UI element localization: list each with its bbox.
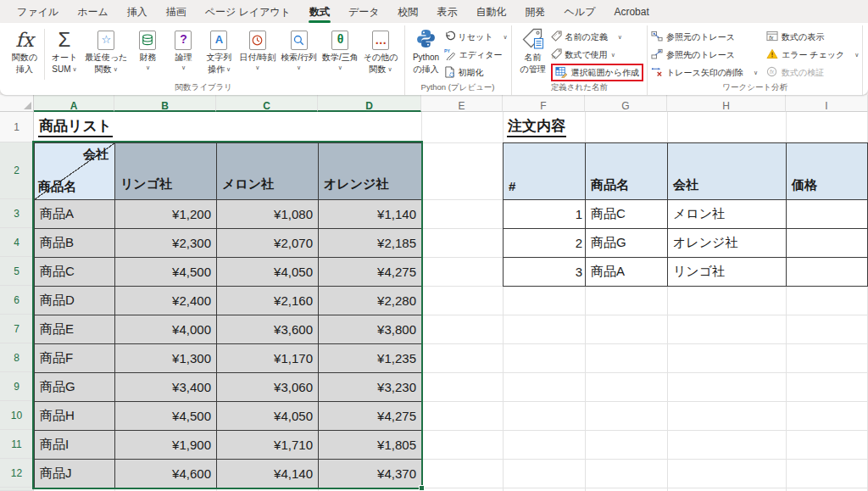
tab-page-layout[interactable]: ページ レイアウト bbox=[197, 1, 299, 23]
price-cell[interactable]: ¥1,200 bbox=[115, 200, 217, 229]
row-header-11[interactable]: 11 bbox=[0, 430, 34, 459]
order-price-cell[interactable] bbox=[787, 229, 868, 258]
price-cell[interactable]: ¥3,600 bbox=[217, 315, 319, 344]
row-header-2[interactable]: 2 bbox=[0, 142, 34, 199]
order-product-cell[interactable]: 商品A bbox=[586, 258, 668, 287]
logical-button[interactable]: ? 論理 bbox=[165, 27, 201, 71]
price-cell[interactable]: ¥4,140 bbox=[217, 460, 319, 488]
price-cell[interactable]: ¥4,500 bbox=[115, 402, 217, 431]
price-cell[interactable]: ¥4,000 bbox=[115, 315, 217, 344]
order-number-cell[interactable]: 1 bbox=[504, 200, 586, 229]
insert-function-button[interactable]: fx 関数の 挿入 bbox=[7, 27, 42, 75]
lookup-reference-button[interactable]: 検索/行列 bbox=[278, 27, 320, 71]
row-header-4[interactable]: 4 bbox=[0, 228, 34, 257]
create-from-selection-button[interactable]: 選択範囲から作成 bbox=[555, 65, 639, 80]
price-cell[interactable]: ¥4,050 bbox=[217, 402, 319, 431]
column-header-e[interactable]: E bbox=[421, 95, 503, 112]
diagonal-header-cell[interactable]: 会社 商品名 bbox=[35, 143, 115, 200]
price-cell[interactable]: ¥1,170 bbox=[217, 344, 319, 373]
price-cell[interactable]: ¥2,185 bbox=[319, 229, 422, 258]
price-cell[interactable]: ¥2,280 bbox=[319, 287, 422, 315]
price-cell[interactable]: ¥1,080 bbox=[217, 200, 319, 229]
tab-acrobat[interactable]: Acrobat bbox=[605, 2, 657, 21]
math-trig-button[interactable]: θ 数学/三角 bbox=[320, 27, 361, 71]
price-cell[interactable]: ¥4,600 bbox=[115, 460, 217, 488]
tab-draw[interactable]: 描画 bbox=[158, 1, 195, 23]
more-functions-button[interactable]: … その他の 関数 bbox=[361, 27, 401, 75]
column-header-a[interactable]: A bbox=[34, 95, 114, 112]
price-cell[interactable]: ¥2,300 bbox=[115, 229, 217, 258]
price-cell[interactable]: ¥3,230 bbox=[319, 373, 422, 402]
tab-data[interactable]: データ bbox=[340, 1, 388, 23]
tab-review[interactable]: 校閲 bbox=[390, 1, 427, 23]
price-cell[interactable]: ¥2,400 bbox=[115, 287, 217, 315]
row-header-5[interactable]: 5 bbox=[0, 257, 34, 286]
tab-help[interactable]: ヘルプ bbox=[556, 1, 604, 23]
show-formulas-button[interactable]: fx 数式の表示 bbox=[766, 30, 859, 44]
price-cell[interactable]: ¥3,400 bbox=[115, 373, 217, 402]
price-cell[interactable]: ¥2,160 bbox=[217, 287, 319, 315]
product-name-cell[interactable]: 商品A bbox=[35, 200, 115, 229]
order-company-cell[interactable]: オレンジ社 bbox=[668, 229, 787, 258]
row-header-9[interactable]: 9 bbox=[0, 372, 34, 401]
price-cell[interactable]: ¥4,500 bbox=[115, 258, 217, 287]
product-name-cell[interactable]: 商品I bbox=[35, 431, 115, 460]
price-cell[interactable]: ¥4,275 bbox=[319, 402, 422, 431]
order-company-cell[interactable]: リンゴ社 bbox=[668, 258, 787, 287]
name-manager-button[interactable]: 名前 の管理 bbox=[515, 27, 551, 75]
row-header-7[interactable]: 7 bbox=[0, 315, 34, 343]
company-header-cell[interactable]: リンゴ社 bbox=[115, 143, 217, 200]
order-header-cell[interactable]: 商品名 bbox=[586, 143, 668, 200]
price-cell[interactable]: ¥3,800 bbox=[319, 315, 422, 344]
price-cell[interactable]: ¥4,050 bbox=[217, 258, 319, 287]
price-cell[interactable]: ¥1,805 bbox=[319, 431, 422, 460]
product-name-cell[interactable]: 商品B bbox=[35, 229, 115, 258]
price-cell[interactable]: ¥1,900 bbox=[115, 431, 217, 460]
define-name-button[interactable]: 名前の定義 bbox=[551, 30, 643, 44]
tab-home[interactable]: ホーム bbox=[69, 1, 117, 23]
column-header-g[interactable]: G bbox=[585, 95, 667, 112]
price-cell[interactable]: ¥1,235 bbox=[319, 344, 422, 373]
product-name-cell[interactable]: 商品H bbox=[35, 402, 115, 431]
financial-button[interactable]: 財務 bbox=[130, 27, 165, 71]
insert-python-button[interactable]: Python の挿入 bbox=[409, 27, 444, 75]
python-init-button[interactable]: 初期化 bbox=[444, 65, 508, 80]
row-header-1[interactable]: 1 bbox=[0, 112, 34, 142]
company-header-cell[interactable]: メロン社 bbox=[217, 143, 319, 200]
column-header-d[interactable]: D bbox=[318, 95, 421, 112]
order-price-cell[interactable] bbox=[787, 200, 868, 229]
order-product-cell[interactable]: 商品C bbox=[586, 200, 668, 229]
product-name-cell[interactable]: 商品F bbox=[35, 344, 115, 373]
column-header-b[interactable]: B bbox=[114, 95, 216, 112]
order-number-cell[interactable]: 3 bbox=[504, 258, 586, 287]
price-cell[interactable]: ¥4,370 bbox=[319, 460, 422, 488]
recent-functions-button[interactable]: ☆ 最近使った 関数 bbox=[82, 27, 130, 75]
price-cell[interactable]: ¥1,710 bbox=[217, 431, 319, 460]
order-header-cell[interactable]: # bbox=[504, 143, 586, 200]
use-in-formula-button[interactable]: fx 数式で使用 bbox=[551, 47, 643, 62]
python-editor-button[interactable]: PY エディター bbox=[444, 47, 508, 62]
product-list-title-cell[interactable]: 商品リスト bbox=[38, 118, 113, 137]
column-header-h[interactable]: H bbox=[667, 95, 786, 112]
row-header-3[interactable]: 3 bbox=[0, 199, 34, 228]
row-header-12[interactable]: 12 bbox=[0, 459, 34, 488]
order-number-cell[interactable]: 2 bbox=[504, 229, 586, 258]
autosum-button[interactable]: Σ オート SUM bbox=[47, 27, 82, 75]
error-check-button[interactable]: エラー チェック bbox=[766, 47, 859, 62]
order-company-cell[interactable]: メロン社 bbox=[668, 200, 787, 229]
tab-view[interactable]: 表示 bbox=[429, 1, 466, 23]
text-button[interactable]: A 文字列 操作 bbox=[201, 27, 236, 75]
product-name-cell[interactable]: 商品D bbox=[35, 287, 115, 315]
order-header-cell[interactable]: 会社 bbox=[668, 143, 787, 200]
python-reset-button[interactable]: リセット bbox=[444, 30, 508, 44]
row-header-10[interactable]: 10 bbox=[0, 401, 34, 430]
date-time-button[interactable]: 日付/時刻 bbox=[236, 27, 278, 71]
tab-insert[interactable]: 挿入 bbox=[119, 1, 156, 23]
trace-precedents-button[interactable]: 参照元のトレース bbox=[651, 30, 758, 44]
product-name-cell[interactable]: 商品G bbox=[35, 373, 115, 402]
column-header-i[interactable]: I bbox=[786, 95, 868, 112]
row-header-8[interactable]: 8 bbox=[0, 343, 34, 372]
column-header-f[interactable]: F bbox=[503, 95, 585, 112]
product-name-cell[interactable]: 商品J bbox=[35, 460, 115, 488]
tab-formulas[interactable]: 数式 bbox=[301, 1, 338, 23]
